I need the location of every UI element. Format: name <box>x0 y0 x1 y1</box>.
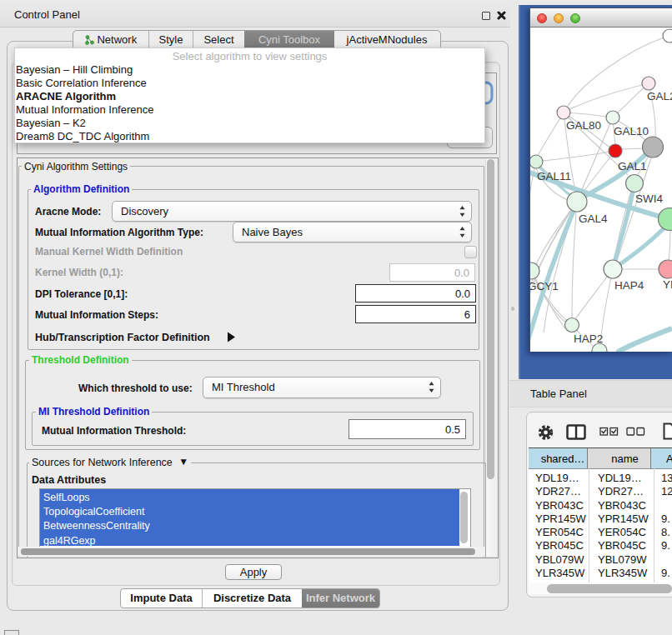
svg-text:SWI4: SWI4 <box>635 192 663 205</box>
svg-text:HAP2: HAP2 <box>574 332 603 345</box>
svg-text:HAP4: HAP4 <box>614 279 644 292</box>
svg-text:GAL2: GAL2 <box>647 90 672 102</box>
svg-text:GAL4: GAL4 <box>579 212 608 225</box>
svg-text:GAL11: GAL11 <box>537 170 571 182</box>
svg-text:GAL80: GAL80 <box>566 119 601 132</box>
svg-text:GAL10: GAL10 <box>614 125 649 138</box>
svg-text:GAL1: GAL1 <box>618 160 647 172</box>
svg-text:YEL: YEL <box>663 278 672 291</box>
svg-text:GCY1: GCY1 <box>530 280 559 292</box>
